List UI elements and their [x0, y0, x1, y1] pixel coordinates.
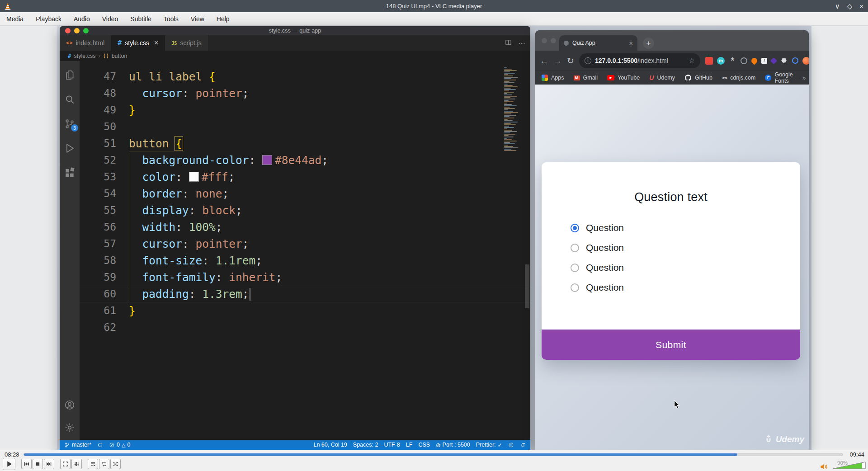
line-number[interactable]: 54	[80, 185, 125, 202]
line-number[interactable]: 49	[80, 102, 125, 118]
loop-button[interactable]	[99, 459, 109, 469]
stop-button[interactable]	[33, 459, 43, 469]
code-line-61[interactable]: 61}	[80, 302, 530, 319]
playlist-button[interactable]	[88, 459, 98, 469]
previous-button[interactable]	[21, 459, 32, 469]
teal-m-extension-icon[interactable]: m	[717, 57, 725, 65]
quiz-option-1[interactable]: Question	[571, 222, 800, 233]
breadcrumb-symbol[interactable]: button	[112, 53, 127, 59]
line-number[interactable]: 60	[80, 286, 125, 302]
minimap[interactable]	[503, 61, 524, 440]
status-live-server-port[interactable]: ⊘Port : 5500	[436, 442, 470, 448]
problems-status[interactable]: 0 △ 0	[109, 442, 130, 448]
line-number[interactable]: 51	[80, 135, 125, 152]
line-number[interactable]: 59	[80, 269, 125, 286]
bookmark-cdnjs-com[interactable]: <>cdnjs.com	[722, 75, 756, 81]
feedback-icon[interactable]	[508, 442, 514, 448]
maximize-icon[interactable]: ◇	[847, 3, 853, 9]
code-line-55[interactable]: 55 display: block;	[80, 202, 530, 219]
line-number[interactable]: 48	[80, 85, 125, 102]
menu-media[interactable]: Media	[6, 15, 24, 23]
gray-rings-extension-icon[interactable]	[741, 57, 747, 64]
seek-bar[interactable]	[24, 453, 843, 456]
code-editor[interactable]: 47ul li label {48 cursor: pointer;49}505…	[80, 61, 530, 440]
close-tab-icon[interactable]: ×	[629, 39, 633, 47]
bookmark-google-fonts[interactable]: FGoogle Fonts	[765, 71, 793, 84]
code-line-56[interactable]: 56 width: 100%;	[80, 219, 530, 236]
menu-help[interactable]: Help	[217, 15, 230, 23]
forward-icon[interactable]: →	[553, 57, 562, 65]
status-indentation[interactable]: Spaces: 2	[353, 442, 378, 448]
profile-avatar-extension-icon[interactable]	[802, 57, 809, 65]
line-number[interactable]: 55	[80, 202, 125, 219]
purple-diamond-extension-icon[interactable]	[770, 57, 778, 64]
orange-drop-extension-icon[interactable]	[750, 57, 758, 65]
status-prettier[interactable]: Prettier:✓	[476, 442, 502, 448]
submit-button[interactable]: Submit	[542, 330, 800, 360]
code-line-60[interactable]: 60 padding: 1.3rem;	[80, 286, 530, 302]
line-number[interactable]: 53	[80, 169, 125, 185]
line-number[interactable]: 47	[80, 68, 125, 85]
volume-slider[interactable]	[832, 462, 866, 469]
line-number[interactable]: 57	[80, 236, 125, 252]
activity-settings-icon[interactable]	[64, 422, 75, 433]
close-icon[interactable]: ×	[859, 3, 863, 9]
notifications-bell-icon[interactable]	[520, 442, 526, 448]
bookmark-github[interactable]: GitHub	[684, 74, 712, 81]
code-line-62[interactable]: 62	[80, 319, 530, 336]
bookmark-apps[interactable]: Apps	[542, 75, 564, 81]
fullscreen-button[interactable]	[60, 459, 71, 469]
shuffle-button[interactable]	[110, 459, 121, 469]
red-chart-extension-icon[interactable]	[705, 57, 713, 65]
url-text[interactable]: 127.0.0.1:5500/index.html	[595, 57, 685, 64]
activity-search-icon[interactable]	[64, 94, 75, 105]
status-eol[interactable]: LF	[406, 442, 413, 448]
menu-tools[interactable]: Tools	[164, 15, 179, 23]
code-line-49[interactable]: 49}	[80, 102, 530, 118]
play-button[interactable]	[3, 458, 15, 470]
radio-unselected[interactable]	[571, 283, 579, 292]
address-bar[interactable]: i 127.0.0.1:5500/index.html ☆	[579, 53, 700, 68]
vlc-video-area[interactable]: style.css — quiz-app <>index.html#style.…	[0, 26, 868, 450]
activity-explorer-icon[interactable]	[64, 69, 75, 81]
blue-ring-extension-icon[interactable]	[792, 57, 798, 64]
radio-selected[interactable]	[571, 224, 579, 232]
reload-icon[interactable]: ↻	[567, 57, 574, 65]
close-tab-icon[interactable]: ×	[154, 39, 158, 47]
line-number[interactable]: 50	[80, 118, 125, 135]
minimize-icon[interactable]: ∨	[835, 3, 840, 9]
mac-minimize-icon[interactable]	[74, 28, 80, 33]
scrollbar-thumb[interactable]	[525, 264, 529, 308]
code-line-47[interactable]: 47ul li label {	[80, 68, 530, 85]
activity-source-control-icon[interactable]: 3	[64, 118, 75, 130]
equalizer-button[interactable]	[71, 459, 82, 469]
puzzle-extension-icon[interactable]	[780, 57, 788, 65]
line-number[interactable]: 61	[80, 302, 125, 319]
site-info-icon[interactable]: i	[585, 57, 591, 64]
status-line-col[interactable]: Ln 60, Col 19	[313, 442, 347, 448]
line-number[interactable]: 58	[80, 252, 125, 269]
bookmarks-overflow-icon[interactable]: »	[802, 74, 806, 81]
code-line-48[interactable]: 48 cursor: pointer;	[80, 85, 530, 102]
code-line-50[interactable]: 50	[80, 118, 530, 135]
mac-close-icon[interactable]	[65, 28, 71, 33]
code-line-53[interactable]: 53 color: #fff;	[80, 169, 530, 185]
activity-extensions-icon[interactable]	[64, 167, 75, 179]
mac-minimize-icon[interactable]	[551, 38, 556, 43]
quiz-option-2[interactable]: Question	[571, 242, 800, 253]
editor-tab-index.html[interactable]: <>index.html	[60, 35, 111, 51]
split-editor-icon[interactable]	[505, 39, 512, 47]
code-line-59[interactable]: 59 font-family: inherit;	[80, 269, 530, 286]
line-number[interactable]: 62	[80, 319, 125, 336]
browser-tab-quiz-app[interactable]: Quiz App ×	[559, 35, 637, 51]
code-line-54[interactable]: 54 border: none;	[80, 185, 530, 202]
speaker-icon[interactable]	[820, 463, 828, 470]
menu-view[interactable]: View	[191, 15, 204, 23]
menu-subtitle[interactable]: Subtitle	[130, 15, 151, 23]
editor-tab-style.css[interactable]: #style.css×	[111, 35, 165, 51]
code-line-51[interactable]: 51button {	[80, 135, 530, 152]
editor-scrollbar[interactable]	[524, 61, 530, 440]
status-language-mode[interactable]: CSS	[418, 442, 430, 448]
bookmark-star-icon[interactable]: ☆	[689, 57, 694, 65]
sync-changes-button[interactable]	[97, 442, 103, 448]
